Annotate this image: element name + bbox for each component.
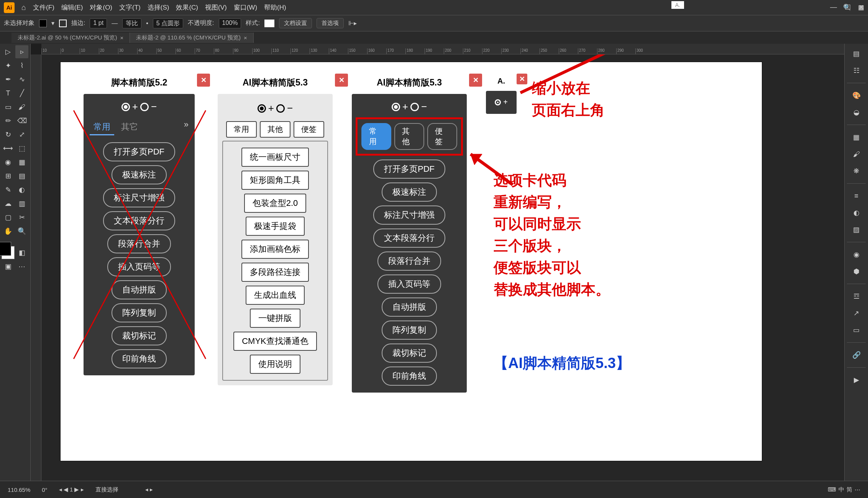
expand-icon[interactable]: »: [184, 120, 189, 135]
tray-more-icon[interactable]: ⋯: [855, 486, 860, 493]
btn-pathjoin[interactable]: 多段路径连接: [241, 263, 309, 282]
radio-on[interactable]: [258, 104, 266, 113]
blend-tool[interactable]: ◐: [15, 183, 28, 196]
links-panel-icon[interactable]: 🔗: [850, 348, 863, 362]
symbols-panel-icon[interactable]: ❋: [850, 164, 863, 178]
minimized-panel-chip[interactable]: A.: [671, 1, 684, 9]
btn-cropmark[interactable]: 裁切标记: [112, 326, 167, 345]
asset-export-icon[interactable]: ↗: [850, 306, 863, 320]
zoom-value[interactable]: 110.65%: [8, 486, 30, 493]
properties-panel-icon[interactable]: ▤: [850, 47, 863, 61]
tab-common[interactable]: 常用: [90, 120, 114, 135]
perspective-tool[interactable]: ▦: [15, 156, 28, 169]
type-tool[interactable]: T: [2, 87, 15, 100]
slice-tool[interactable]: ✂: [15, 211, 28, 224]
lasso-tool[interactable]: ⌇: [15, 59, 28, 72]
appearance-panel-icon[interactable]: ◉: [850, 248, 863, 261]
swap-icon[interactable]: ▾: [51, 20, 54, 27]
btn-bleed[interactable]: 生成出血线: [246, 286, 305, 305]
color-mode[interactable]: ◧: [15, 246, 28, 259]
symbol-tool[interactable]: ☁: [2, 197, 15, 210]
btn-dimmark[interactable]: 标注尺寸增强: [103, 188, 175, 207]
play-icon[interactable]: ▶: [850, 373, 863, 387]
color-guide-icon[interactable]: ◒: [850, 105, 863, 119]
btn-prepress[interactable]: 印前角线: [112, 349, 167, 368]
btn-bagfast[interactable]: 极速手提袋: [246, 217, 305, 236]
shape-builder-tool[interactable]: ◉: [2, 156, 15, 169]
magic-wand-tool[interactable]: ✦: [2, 59, 15, 72]
menu-type[interactable]: 文字(T): [119, 3, 141, 12]
btn-arraycopy[interactable]: 阵列复制: [382, 320, 437, 340]
screen-mode[interactable]: ▣: [2, 260, 15, 273]
btn-colorbar[interactable]: 添加画稿色标: [241, 240, 309, 259]
gradient-panel-icon[interactable]: ◐: [850, 206, 863, 220]
brushes-panel-icon[interactable]: 🖌: [850, 147, 863, 161]
mesh-tool[interactable]: ⊞: [2, 169, 15, 182]
btn-pagenum[interactable]: 插入页码等: [107, 257, 171, 276]
prefs-button[interactable]: 首选项: [317, 18, 344, 28]
transparency-panel-icon[interactable]: ▨: [850, 223, 863, 237]
stroke-input[interactable]: 1 pt: [90, 18, 107, 28]
rectangle-tool[interactable]: ▭: [2, 100, 15, 113]
uniform-select[interactable]: 等比: [122, 18, 141, 28]
btn-roundrect[interactable]: 矩形圆角工具: [241, 171, 309, 190]
btn-cropmark[interactable]: 裁切标记: [382, 344, 437, 363]
radio-off[interactable]: [140, 103, 149, 111]
btn-openpdf[interactable]: 打开多页PDF: [103, 142, 175, 161]
scale-tool[interactable]: ⤢: [15, 128, 28, 141]
pen-tool[interactable]: ✒: [2, 73, 15, 86]
tab-notes[interactable]: 便签: [427, 123, 457, 150]
canvas[interactable]: 脚本精简版5.2 ✕ + − 常用 其它 » 打开多页PDF 极速标注 标注: [41, 54, 844, 481]
btn-dimmark[interactable]: 标注尺寸增强: [373, 205, 445, 225]
eyedropper-tool[interactable]: ✎: [2, 183, 15, 196]
tab-other[interactable]: 其他: [394, 123, 424, 150]
shaper-tool[interactable]: ✏: [2, 114, 15, 127]
artboards-panel-icon[interactable]: ▭: [850, 323, 863, 337]
btn-prepress[interactable]: 印前角线: [382, 367, 437, 386]
opacity-input[interactable]: 100%: [219, 18, 241, 28]
graphic-styles-icon[interactable]: ⬢: [850, 265, 863, 278]
btn-openpdf[interactable]: 打开多页PDF: [373, 159, 445, 179]
btn-pantone[interactable]: CMYK查找潘通色: [233, 332, 317, 351]
edit-toolbar[interactable]: ⋯: [15, 260, 28, 273]
tray-lang-icon[interactable]: 中: [838, 486, 844, 493]
close-tab-icon[interactable]: ×: [244, 35, 247, 41]
free-transform-tool[interactable]: ⬚: [15, 142, 28, 155]
btn-boxtype[interactable]: 包装盒型2.0: [244, 194, 307, 213]
close-button[interactable]: ✕: [469, 74, 482, 87]
btn-paramerge[interactable]: 段落行合并: [377, 251, 441, 271]
artboard-nav[interactable]: ◂ ◀ 1 ▶ ▸: [59, 486, 84, 493]
menu-view[interactable]: 视图(V): [205, 3, 227, 12]
zoom-tool[interactable]: 🔍: [15, 225, 28, 238]
tab-common[interactable]: 常用: [361, 123, 391, 150]
align-icon[interactable]: ⊩▸: [348, 20, 357, 27]
graph-tool[interactable]: ▥: [15, 197, 28, 210]
home-icon[interactable]: ⌂: [21, 3, 26, 12]
btn-fastmark[interactable]: 极速标注: [382, 182, 437, 202]
line-tool[interactable]: ╱: [15, 87, 28, 100]
selection-tool[interactable]: ▷: [2, 45, 15, 58]
color-panel-icon[interactable]: 🎨: [850, 89, 863, 102]
eraser-tool[interactable]: ⌫: [15, 114, 28, 127]
docset-button[interactable]: 文档设置: [279, 18, 312, 28]
scroll-track[interactable]: ◂ ▸: [145, 486, 153, 493]
maximize-icon[interactable]: ☐: [845, 3, 851, 12]
stroke-panel-icon[interactable]: ≡: [850, 189, 863, 203]
btn-arraycopy[interactable]: 阵列复制: [112, 303, 167, 322]
btn-autoimpose[interactable]: 自动拼版: [382, 297, 437, 317]
tab-notes[interactable]: 便签: [294, 121, 324, 138]
close-tab-icon[interactable]: ×: [120, 35, 123, 41]
radio-off[interactable]: [276, 104, 285, 113]
width-tool[interactable]: ⟷: [2, 142, 15, 155]
document-tab-2[interactable]: 未标题-2 @ 110.65 % (CMYK/CPU 预览)×: [130, 33, 254, 43]
paintbrush-tool[interactable]: 🖌: [15, 100, 28, 113]
menu-help[interactable]: 帮助(H): [264, 3, 286, 12]
libraries-panel-icon[interactable]: ☷: [850, 64, 863, 77]
menu-object[interactable]: 对象(O): [90, 3, 112, 12]
btn-textsplit[interactable]: 文本段落分行: [103, 211, 175, 230]
btn-help[interactable]: 使用说明: [250, 355, 300, 374]
layers-panel-icon[interactable]: ☲: [850, 289, 863, 303]
artboard-tool[interactable]: ▢: [2, 211, 15, 224]
rotate-tool[interactable]: ↻: [2, 128, 15, 141]
swatches-panel-icon[interactable]: ▦: [850, 130, 863, 144]
